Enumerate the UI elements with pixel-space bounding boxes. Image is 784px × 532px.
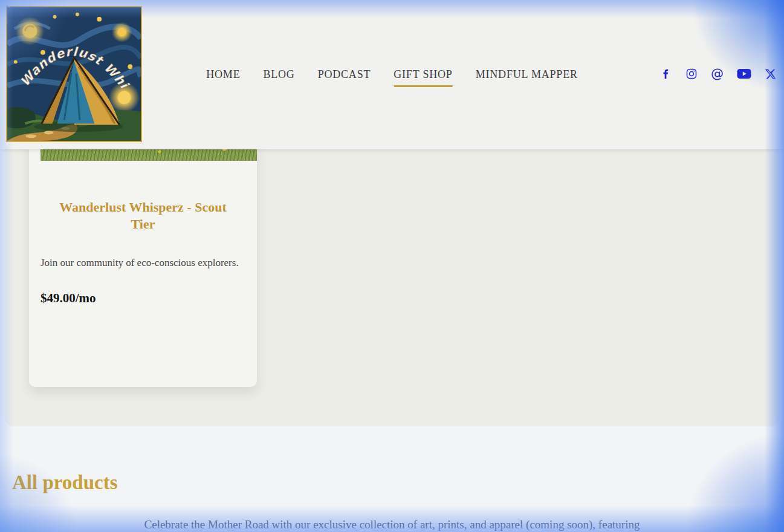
nav-blog[interactable]: BLOG (263, 68, 294, 87)
all-products-heading: All products (12, 472, 118, 494)
logo-image: Wanderlust Whisperz (7, 7, 141, 141)
social-links: @ (660, 68, 776, 80)
site-logo[interactable]: Wanderlust Whisperz (6, 6, 142, 142)
nav-home[interactable]: HOME (206, 68, 240, 87)
nav-podcast[interactable]: PODCAST (318, 68, 371, 87)
site-header: Wanderlust Whisperz HOME BLOG PODCAST GI… (0, 0, 784, 149)
product-title: Wanderlust Whisperz - Scout Tier (50, 199, 236, 232)
x-icon[interactable] (765, 68, 776, 80)
product-description: Join our community of eco-conscious expl… (40, 255, 242, 271)
youtube-icon[interactable] (737, 68, 751, 79)
nav-mindful-mapper[interactable]: MINDFUL MAPPER (476, 68, 578, 87)
instagram-icon[interactable] (685, 68, 698, 80)
product-price: $49.00/mo (40, 291, 242, 306)
nav-gift-shop[interactable]: GIFT SHOP (394, 68, 452, 87)
main-navigation: HOME BLOG PODCAST GIFT SHOP MINDFUL MAPP… (206, 68, 578, 87)
products-intro-text: Celebrate the Mother Road with our exclu… (0, 518, 784, 531)
facebook-icon[interactable] (660, 68, 672, 80)
threads-icon[interactable]: @ (711, 68, 724, 80)
